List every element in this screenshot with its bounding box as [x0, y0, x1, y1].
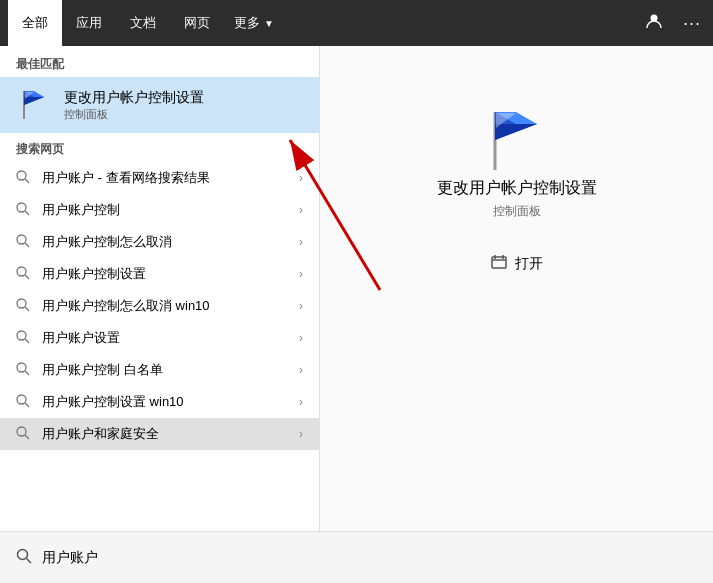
chevron-down-icon: ▼	[264, 18, 274, 29]
search-item-icon	[16, 330, 32, 346]
search-item-icon	[16, 170, 32, 186]
right-subtitle: 控制面板	[493, 203, 541, 220]
chevron-right-icon: ›	[299, 171, 303, 185]
search-input[interactable]	[42, 550, 697, 566]
tab-apps[interactable]: 应用	[62, 0, 116, 46]
top-nav: 全部 应用 文档 网页 更多 ▼ ···	[0, 0, 713, 46]
search-item-text: 用户账户控制怎么取消 win10	[42, 297, 299, 315]
search-item[interactable]: 用户账户设置 ›	[0, 322, 319, 354]
search-bar-icon	[16, 548, 32, 568]
search-item[interactable]: 用户账户控制怎么取消 win10 ›	[0, 290, 319, 322]
uac-icon-small	[16, 87, 52, 123]
tab-all[interactable]: 全部	[8, 0, 62, 46]
svg-point-18	[17, 363, 26, 372]
search-item-text: 用户账户控制设置 win10	[42, 393, 299, 411]
tab-web[interactable]: 网页	[170, 0, 224, 46]
svg-point-32	[18, 549, 28, 559]
best-match-subtitle: 控制面板	[64, 107, 204, 122]
uac-icon-large	[481, 106, 553, 178]
chevron-right-icon: ›	[299, 395, 303, 409]
svg-point-8	[17, 203, 26, 212]
svg-point-16	[17, 331, 26, 340]
search-item[interactable]: 用户账户控制设置 ›	[0, 258, 319, 290]
svg-rect-29	[492, 257, 506, 268]
search-item-icon	[16, 362, 32, 378]
more-options-icon[interactable]: ···	[679, 9, 705, 38]
search-item[interactable]: 用户账户控制设置 win10 ›	[0, 386, 319, 418]
search-item-icon	[16, 234, 32, 250]
right-title: 更改用户帐户控制设置	[437, 178, 597, 199]
search-bar	[0, 531, 713, 583]
chevron-right-icon: ›	[299, 299, 303, 313]
search-item-text: 用户账户控制设置	[42, 265, 299, 283]
svg-line-23	[25, 435, 29, 439]
search-item[interactable]: 用户账户和家庭安全 ›	[0, 418, 319, 450]
search-item-text: 用户账户控制怎么取消	[42, 233, 299, 251]
svg-point-20	[17, 395, 26, 404]
svg-line-21	[25, 403, 29, 407]
svg-marker-4	[24, 97, 44, 105]
search-item-text: 用户账户 - 查看网络搜索结果	[42, 169, 299, 187]
svg-line-33	[27, 558, 32, 563]
search-item-text: 用户账户控制 白名单	[42, 361, 299, 379]
open-label: 打开	[515, 255, 543, 273]
svg-point-10	[17, 235, 26, 244]
svg-line-15	[25, 307, 29, 311]
best-match-item[interactable]: 更改用户帐户控制设置 控制面板	[0, 77, 319, 133]
best-match-label: 最佳匹配	[0, 46, 319, 77]
svg-point-12	[17, 267, 26, 276]
search-item-icon	[16, 266, 32, 282]
nav-icons: ···	[641, 8, 705, 38]
left-panel: 最佳匹配 更改用户帐户控制设置	[0, 46, 320, 531]
chevron-right-icon: ›	[299, 331, 303, 345]
search-item[interactable]: 用户账户控制怎么取消 ›	[0, 226, 319, 258]
chevron-right-icon: ›	[299, 427, 303, 441]
search-item-icon	[16, 298, 32, 314]
open-button[interactable]: 打开	[483, 250, 551, 277]
open-icon	[491, 254, 507, 273]
main-content: 最佳匹配 更改用户帐户控制设置	[0, 46, 713, 531]
chevron-right-icon: ›	[299, 203, 303, 217]
right-panel: 更改用户帐户控制设置 控制面板 打开	[320, 46, 713, 531]
search-item-text: 用户账户控制	[42, 201, 299, 219]
tab-docs[interactable]: 文档	[116, 0, 170, 46]
svg-line-17	[25, 339, 29, 343]
svg-line-13	[25, 275, 29, 279]
svg-point-22	[17, 427, 26, 436]
search-item-text: 用户账户和家庭安全	[42, 425, 299, 443]
search-item[interactable]: 用户账户 - 查看网络搜索结果 ›	[0, 162, 319, 194]
svg-line-11	[25, 243, 29, 247]
best-match-title: 更改用户帐户控制设置	[64, 89, 204, 107]
person-icon[interactable]	[641, 8, 667, 38]
search-item-icon	[16, 394, 32, 410]
search-container: 全部 应用 文档 网页 更多 ▼ ··· 最佳匹配	[0, 0, 713, 583]
chevron-right-icon: ›	[299, 235, 303, 249]
search-item[interactable]: 用户账户控制 白名单 ›	[0, 354, 319, 386]
tab-more[interactable]: 更多 ▼	[224, 10, 284, 36]
svg-line-9	[25, 211, 29, 215]
svg-point-14	[17, 299, 26, 308]
search-item[interactable]: 用户账户控制 ›	[0, 194, 319, 226]
svg-point-6	[17, 171, 26, 180]
search-item-icon	[16, 426, 32, 442]
search-item-text: 用户账户设置	[42, 329, 299, 347]
svg-marker-27	[495, 124, 537, 140]
chevron-right-icon: ›	[299, 363, 303, 377]
chevron-right-icon: ›	[299, 267, 303, 281]
search-items-list: 用户账户 - 查看网络搜索结果 › 用户账户控制 › 用户账户控制怎么取消 ›	[0, 162, 319, 450]
search-item-icon	[16, 202, 32, 218]
svg-line-19	[25, 371, 29, 375]
svg-line-7	[25, 179, 29, 183]
web-section-label: 搜索网页	[0, 133, 319, 162]
